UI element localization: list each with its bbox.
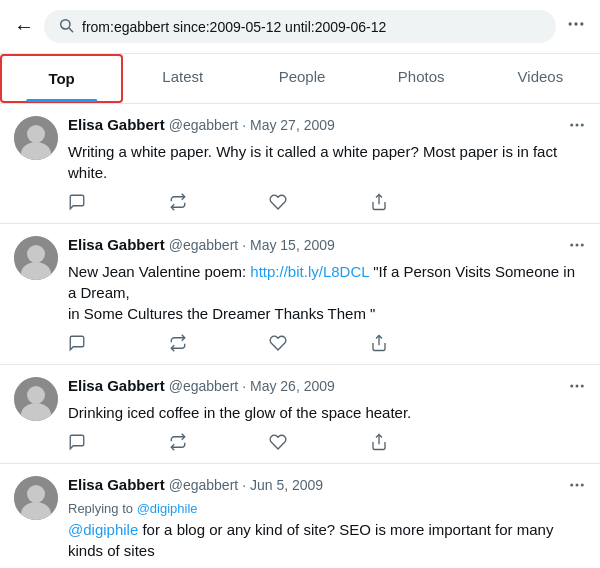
- share-button[interactable]: [370, 433, 388, 451]
- tab-top[interactable]: Top: [0, 54, 123, 103]
- retweet-button[interactable]: [169, 334, 187, 352]
- reply-to-handle[interactable]: @digiphile: [137, 501, 198, 516]
- tweet-date: · May 15, 2009: [242, 237, 335, 253]
- share-button[interactable]: [370, 334, 388, 352]
- tweet-date: · May 26, 2009: [242, 378, 335, 394]
- tab-bar: Top Latest People Photos Videos: [0, 54, 600, 104]
- header-more-button[interactable]: [566, 14, 586, 39]
- tweet-list: Elisa Gabbert @egabbert · May 27, 2009 W…: [0, 104, 600, 568]
- share-button[interactable]: [370, 193, 388, 211]
- author-name: Elisa Gabbert: [68, 236, 165, 253]
- svg-point-31: [581, 484, 584, 487]
- tweet-more-button[interactable]: [560, 476, 586, 499]
- svg-point-3: [574, 22, 577, 25]
- svg-point-2: [569, 22, 572, 25]
- tweet-body: Elisa Gabbert @egabbert · May 26, 2009 D…: [68, 377, 586, 451]
- svg-point-15: [570, 244, 573, 247]
- tweet-header: Elisa Gabbert @egabbert · Jun 5, 2009: [68, 476, 586, 499]
- reply-to-label: Replying to @digiphile: [68, 501, 586, 516]
- like-button[interactable]: [269, 334, 287, 352]
- svg-point-20: [27, 386, 45, 404]
- svg-point-23: [576, 385, 579, 388]
- like-button[interactable]: [269, 433, 287, 451]
- table-row: Elisa Gabbert @egabbert · May 26, 2009 D…: [0, 365, 600, 464]
- tweet-header: Elisa Gabbert @egabbert · May 27, 2009: [68, 116, 586, 139]
- tab-photos[interactable]: Photos: [362, 54, 481, 103]
- tweet-more-button[interactable]: [560, 236, 586, 259]
- header: ← from:egabbert since:2009-05-12 until:2…: [0, 0, 600, 54]
- reply-button[interactable]: [68, 433, 86, 451]
- tweet-text: Writing a white paper. Why is it called …: [68, 141, 586, 183]
- table-row: Elisa Gabbert @egabbert · May 15, 2009 N…: [0, 224, 600, 365]
- tweet-link[interactable]: http://bit.ly/L8DCL: [250, 263, 369, 280]
- avatar: [14, 476, 58, 520]
- reply-button[interactable]: [68, 334, 86, 352]
- reply-button[interactable]: [68, 193, 86, 211]
- svg-point-17: [581, 244, 584, 247]
- search-query-text: from:egabbert since:2009-05-12 until:200…: [82, 19, 386, 35]
- avatar: [14, 116, 58, 160]
- retweet-button[interactable]: [169, 193, 187, 211]
- table-row: Elisa Gabbert @egabbert · Jun 5, 2009 Re…: [0, 464, 600, 568]
- author-name: Elisa Gabbert: [68, 116, 165, 133]
- tweet-meta: Elisa Gabbert @egabbert · May 15, 2009: [68, 236, 560, 253]
- author-handle: @egabbert: [169, 477, 238, 493]
- retweet-button[interactable]: [169, 433, 187, 451]
- tweet-header: Elisa Gabbert @egabbert · May 15, 2009: [68, 236, 586, 259]
- avatar: [14, 236, 58, 280]
- svg-point-10: [581, 124, 584, 127]
- svg-point-16: [576, 244, 579, 247]
- tweet-date: · May 27, 2009: [242, 117, 335, 133]
- tweet-meta: Elisa Gabbert @egabbert · May 26, 2009: [68, 377, 560, 394]
- tweet-text: @digiphile for a blog or any kind of sit…: [68, 519, 586, 561]
- svg-point-29: [570, 484, 573, 487]
- author-handle: @egabbert: [169, 378, 238, 394]
- author-name: Elisa Gabbert: [68, 377, 165, 394]
- search-icon: [58, 17, 74, 36]
- tweet-header: Elisa Gabbert @egabbert · May 26, 2009: [68, 377, 586, 400]
- like-button[interactable]: [269, 193, 287, 211]
- tab-latest[interactable]: Latest: [123, 54, 242, 103]
- tweet-body: Elisa Gabbert @egabbert · Jun 5, 2009 Re…: [68, 476, 586, 568]
- author-name: Elisa Gabbert: [68, 476, 165, 493]
- tweet-meta: Elisa Gabbert @egabbert · May 27, 2009: [68, 116, 560, 133]
- tweet-text: Drinking iced coffee in the glow of the …: [68, 402, 586, 423]
- svg-point-22: [570, 385, 573, 388]
- search-bar[interactable]: from:egabbert since:2009-05-12 until:200…: [44, 10, 556, 43]
- tweet-date: · Jun 5, 2009: [242, 477, 323, 493]
- table-row: Elisa Gabbert @egabbert · May 27, 2009 W…: [0, 104, 600, 224]
- svg-point-4: [580, 22, 583, 25]
- avatar: [14, 377, 58, 421]
- svg-point-30: [576, 484, 579, 487]
- svg-point-8: [570, 124, 573, 127]
- tweet-meta: Elisa Gabbert @egabbert · Jun 5, 2009: [68, 476, 560, 493]
- mention[interactable]: @digiphile: [68, 521, 138, 538]
- author-handle: @egabbert: [169, 117, 238, 133]
- tweet-actions: [68, 193, 388, 211]
- svg-point-24: [581, 385, 584, 388]
- tab-people[interactable]: People: [242, 54, 361, 103]
- svg-point-9: [576, 124, 579, 127]
- tweet-more-button[interactable]: [560, 116, 586, 139]
- tweet-body: Elisa Gabbert @egabbert · May 15, 2009 N…: [68, 236, 586, 352]
- author-handle: @egabbert: [169, 237, 238, 253]
- svg-point-6: [27, 125, 45, 143]
- svg-point-27: [27, 485, 45, 503]
- tweet-actions: [68, 334, 388, 352]
- back-button[interactable]: ←: [14, 15, 34, 38]
- tab-videos[interactable]: Videos: [481, 54, 600, 103]
- tweet-actions: [68, 433, 388, 451]
- tweet-more-button[interactable]: [560, 377, 586, 400]
- tweet-body: Elisa Gabbert @egabbert · May 27, 2009 W…: [68, 116, 586, 211]
- svg-line-1: [69, 28, 73, 32]
- tweet-text: New Jean Valentine poem: http://bit.ly/L…: [68, 261, 586, 324]
- svg-point-13: [27, 245, 45, 263]
